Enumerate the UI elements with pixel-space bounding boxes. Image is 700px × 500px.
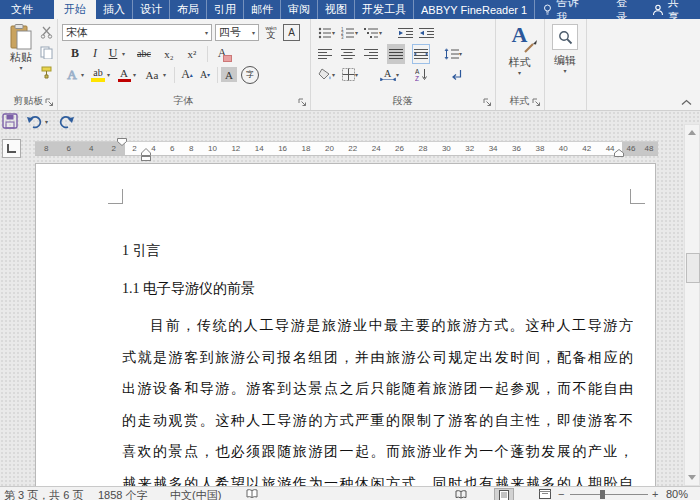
web-layout-icon bbox=[539, 489, 551, 499]
proofing-status-icon[interactable] bbox=[246, 489, 258, 499]
tab-stop-selector[interactable] bbox=[2, 139, 21, 158]
copy-button[interactable] bbox=[40, 46, 53, 59]
doc-heading-2: 1.1 电子导游仪的前景 bbox=[122, 280, 633, 298]
character-shading-button[interactable]: A bbox=[221, 67, 237, 82]
document-page[interactable]: 1 引言 1.1 电子导游仪的前景 目前，传统的人工导游是旅游业中最主要的旅游方… bbox=[35, 163, 656, 500]
page-indicator[interactable]: 第 3 页，共 6 页 bbox=[4, 488, 83, 500]
hanging-indent-marker[interactable] bbox=[141, 148, 151, 161]
sign-in-button[interactable]: 登录 bbox=[606, 0, 648, 19]
tab-review[interactable]: 审阅 bbox=[280, 0, 317, 19]
zoom-level[interactable]: 80% bbox=[666, 488, 688, 500]
paste-dropdown-arrow[interactable]: ▾ bbox=[4, 65, 38, 71]
undo-dropdown-arrow[interactable]: ▾ bbox=[45, 119, 48, 125]
paragraph-dialog-launcher[interactable] bbox=[483, 98, 492, 107]
tab-file[interactable]: 文件 bbox=[0, 0, 44, 19]
scroll-down-arrow[interactable] bbox=[688, 475, 696, 480]
undo-button[interactable]: ▾ bbox=[26, 114, 48, 129]
sort-button[interactable]: A Z bbox=[415, 67, 428, 83]
show-hide-marks-button[interactable] bbox=[450, 67, 463, 83]
word-count[interactable]: 1858 个字 bbox=[98, 488, 148, 500]
tab-developer[interactable]: 开发工具 bbox=[354, 0, 413, 19]
justify-button[interactable] bbox=[387, 44, 405, 64]
text-effects-button[interactable]: A bbox=[63, 66, 81, 84]
align-right-button[interactable] bbox=[364, 46, 378, 62]
collapse-ribbon-button[interactable] bbox=[681, 99, 692, 106]
enclose-characters-button[interactable]: 字 bbox=[241, 66, 259, 84]
tab-view[interactable]: 视图 bbox=[317, 0, 354, 19]
editing-dropdown-arrow[interactable]: ▾ bbox=[544, 68, 586, 74]
change-case-button[interactable]: Aa bbox=[141, 66, 163, 84]
scroll-up-arrow[interactable] bbox=[688, 130, 696, 135]
strikethrough-button[interactable]: abc bbox=[131, 45, 157, 63]
distribute-button[interactable] bbox=[412, 44, 430, 64]
superscript-button[interactable]: x² bbox=[181, 45, 203, 63]
shading-button[interactable]: ▾ bbox=[318, 67, 335, 83]
highlight-dropdown-arrow[interactable]: ▾ bbox=[107, 72, 115, 78]
font-color-dropdown-arrow[interactable]: ▾ bbox=[133, 72, 141, 78]
underline-dropdown-arrow[interactable]: ▾ bbox=[122, 51, 130, 57]
first-line-indent-marker[interactable] bbox=[117, 138, 127, 146]
align-center-button[interactable] bbox=[341, 46, 355, 62]
right-indent-marker[interactable] bbox=[614, 149, 624, 157]
tab-abbyy-finereader[interactable]: ABBYY FineReader 1 bbox=[413, 0, 534, 19]
bullets-button[interactable]: ▾ bbox=[318, 25, 335, 41]
share-button[interactable]: 共享 bbox=[648, 0, 700, 19]
character-border-button[interactable]: A bbox=[283, 24, 300, 41]
underline-button[interactable]: U bbox=[105, 45, 121, 63]
vertical-scrollbar[interactable] bbox=[684, 124, 700, 486]
zoom-slider-track[interactable] bbox=[570, 494, 648, 495]
styles-dialog-launcher[interactable] bbox=[532, 98, 541, 107]
font-size-combo[interactable]: 四号 ▾ bbox=[215, 24, 259, 41]
change-case-dropdown-arrow[interactable]: ▾ bbox=[163, 72, 171, 78]
tab-design[interactable]: 设计 bbox=[132, 0, 169, 19]
format-painter-button[interactable] bbox=[40, 66, 53, 79]
font-dialog-launcher[interactable] bbox=[298, 98, 307, 107]
styles-dropdown-arrow[interactable]: ▾ bbox=[495, 70, 544, 76]
paste-button[interactable]: 粘贴 ▾ bbox=[4, 23, 38, 89]
cut-button[interactable] bbox=[40, 26, 53, 39]
increase-indent-button[interactable] bbox=[419, 25, 434, 41]
clear-formatting-button[interactable]: A bbox=[212, 45, 232, 63]
tab-home[interactable]: 开始 bbox=[54, 0, 96, 19]
decrease-indent-button[interactable] bbox=[398, 25, 413, 41]
tab-layout[interactable]: 布局 bbox=[169, 0, 206, 19]
subscript-button[interactable]: x₂ bbox=[158, 45, 180, 63]
print-layout-button[interactable] bbox=[494, 488, 514, 500]
tab-mailings[interactable]: 邮件 bbox=[243, 0, 280, 19]
scrollbar-thumb[interactable] bbox=[686, 253, 700, 283]
italic-button[interactable]: I bbox=[86, 45, 104, 63]
web-layout-button[interactable] bbox=[536, 488, 554, 500]
tab-insert[interactable]: 插入 bbox=[96, 0, 132, 19]
read-mode-button[interactable] bbox=[452, 488, 470, 500]
font-name-dropdown-arrow[interactable]: ▾ bbox=[205, 30, 208, 36]
zoom-out-button[interactable]: − bbox=[558, 488, 564, 500]
margin-crop-mark-left bbox=[108, 189, 123, 204]
shrink-font-button[interactable]: A▾ bbox=[196, 66, 214, 84]
redo-button[interactable] bbox=[58, 114, 75, 129]
font-color-button[interactable]: A bbox=[115, 66, 133, 84]
tell-me-box[interactable]: 告诉我... bbox=[534, 0, 606, 19]
editing-button[interactable]: 编辑 ▾ bbox=[544, 24, 586, 74]
horizontal-ruler[interactable]: 8642 2468 10121416 18202224 26283032 343… bbox=[35, 141, 658, 156]
font-size-dropdown-arrow[interactable]: ▾ bbox=[252, 30, 255, 36]
text-effects-dropdown-arrow[interactable]: ▾ bbox=[81, 72, 89, 78]
zoom-in-button[interactable]: + bbox=[652, 488, 658, 500]
language-indicator[interactable]: 中文(中国) bbox=[170, 488, 221, 500]
zoom-slider-thumb[interactable] bbox=[600, 490, 605, 499]
asian-layout-button[interactable]: A ▾ bbox=[380, 67, 399, 83]
borders-button[interactable]: ▾ bbox=[342, 67, 358, 83]
styles-button[interactable]: A 样式 ▾ bbox=[495, 22, 544, 76]
font-name-combo[interactable]: 宋体 ▾ bbox=[62, 24, 212, 41]
phonetic-guide-button[interactable]: wén 文 bbox=[262, 25, 280, 40]
save-button[interactable] bbox=[2, 113, 18, 129]
clipboard-dialog-launcher[interactable] bbox=[45, 98, 54, 107]
grow-font-button[interactable]: A▴ bbox=[178, 66, 196, 84]
multilevel-list-button[interactable]: ▾ bbox=[364, 25, 382, 41]
tab-references[interactable]: 引用 bbox=[206, 0, 243, 19]
align-left-button[interactable] bbox=[318, 46, 332, 62]
font-color-glyph: A bbox=[120, 68, 128, 79]
numbering-button[interactable]: 123 ▾ bbox=[341, 25, 358, 41]
line-spacing-button[interactable]: ▾ bbox=[444, 46, 462, 62]
highlight-color-button[interactable]: ab bbox=[89, 66, 107, 84]
bold-button[interactable]: B bbox=[65, 45, 85, 63]
